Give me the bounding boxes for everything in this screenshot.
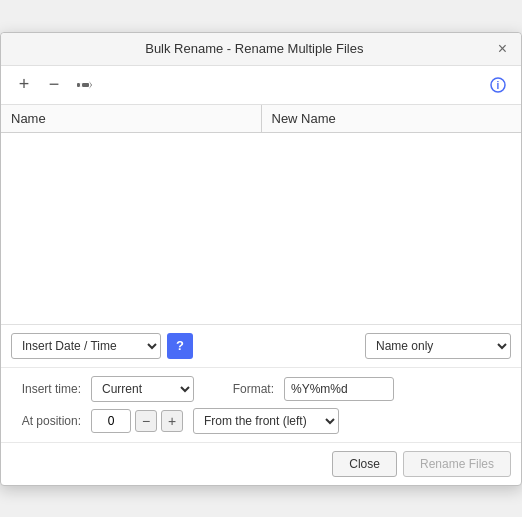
svg-marker-1 — [89, 81, 92, 89]
position-label: At position: — [11, 414, 81, 428]
file-table: Name New Name — [1, 105, 521, 325]
svg-rect-0 — [77, 83, 89, 87]
svg-text:i: i — [497, 80, 500, 91]
increment-button[interactable]: + — [161, 410, 183, 432]
add-button[interactable]: + — [11, 72, 37, 98]
table-header: Name New Name — [1, 105, 521, 133]
info-icon: i — [490, 77, 506, 93]
insert-time-label: Insert time: — [11, 382, 81, 396]
insert-right: Name only Extension only Name and Extens… — [365, 333, 511, 359]
from-front-dropdown[interactable]: From the front (left) From the back (rig… — [193, 408, 339, 434]
toolbar: + − i — [1, 66, 521, 105]
position-group: − + — [91, 409, 183, 433]
close-title-button[interactable]: × — [496, 41, 509, 57]
name-only-dropdown[interactable]: Name only Extension only Name and Extens… — [365, 333, 511, 359]
clear-button[interactable] — [71, 72, 97, 98]
close-button[interactable]: Close — [332, 451, 397, 477]
rename-button[interactable]: Rename Files — [403, 451, 511, 477]
params-section: Insert time: Current File Created File M… — [1, 368, 521, 443]
col-newname-header: New Name — [262, 105, 522, 132]
dialog-title: Bulk Rename - Rename Multiple Files — [13, 41, 496, 56]
insert-bar: Insert Date / Time ? Name only Extension… — [1, 325, 521, 368]
format-label: Format: — [204, 382, 274, 396]
position-input[interactable] — [91, 409, 131, 433]
decrement-button[interactable]: − — [135, 410, 157, 432]
minus-button[interactable]: − — [41, 72, 67, 98]
insert-time-row: Insert time: Current File Created File M… — [11, 376, 511, 402]
help-button[interactable]: ? — [167, 333, 193, 359]
insert-time-dropdown[interactable]: Current File Created File Modified — [91, 376, 194, 402]
title-bar: Bulk Rename - Rename Multiple Files × — [1, 33, 521, 66]
position-row: At position: − + From the front (left) F… — [11, 408, 511, 434]
insert-left: Insert Date / Time ? — [11, 333, 193, 359]
col-name-header: Name — [1, 105, 262, 132]
insert-dropdown[interactable]: Insert Date / Time — [11, 333, 161, 359]
bulk-rename-dialog: Bulk Rename - Rename Multiple Files × + … — [0, 32, 522, 486]
footer: Close Rename Files — [1, 443, 521, 485]
table-body — [1, 133, 521, 324]
format-input[interactable] — [284, 377, 394, 401]
info-button[interactable]: i — [485, 72, 511, 98]
clear-icon — [76, 77, 92, 93]
